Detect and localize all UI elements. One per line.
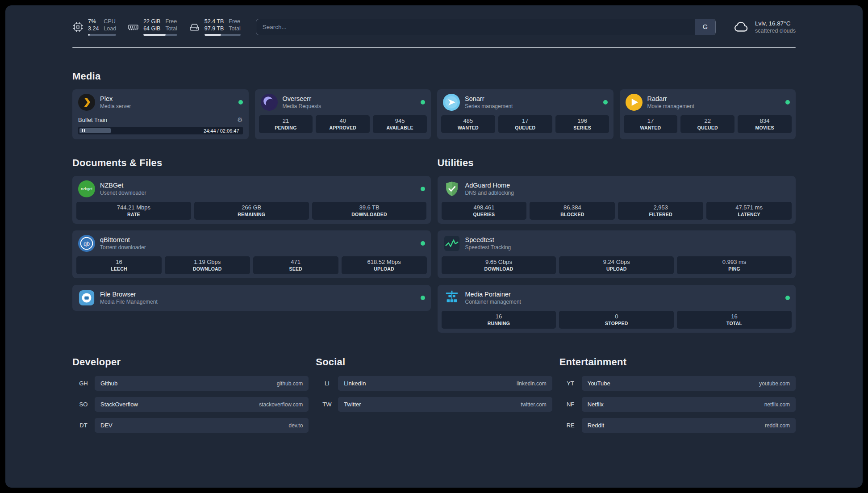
- stat-blocked: 86,384BLOCKED: [530, 202, 615, 220]
- service-card-filebrowser[interactable]: File Browser Media File Management: [72, 285, 431, 311]
- overseerr-icon: [261, 94, 278, 111]
- stat-series: 196SERIES: [555, 115, 609, 133]
- status-dot: [421, 100, 425, 104]
- plex-now-playing: Bullet Train ⚙ 24:44 / 02:06:47: [72, 115, 249, 139]
- stat-pending: 21PENDING: [259, 115, 313, 133]
- bookmark-name: StackOverflow: [100, 401, 138, 408]
- media-grid: Plex Media server Bullet Train ⚙ 24:44 /…: [72, 89, 796, 139]
- utilities-column: Utilities AdGuard Home DNS and adblockin…: [438, 146, 796, 339]
- bookmark-name: Twitter: [344, 401, 361, 408]
- svg-text:qb: qb: [83, 241, 90, 247]
- stat-seed: 471SEED: [253, 256, 338, 274]
- service-subtitle: Usenet downloader: [100, 190, 146, 196]
- search-provider-button[interactable]: G: [695, 19, 715, 35]
- filebrowser-icon: [78, 289, 95, 306]
- stat-ping: 0.993 msPING: [677, 256, 792, 274]
- service-subtitle: DNS and adblocking: [465, 190, 514, 196]
- bookmark-group-developer: Developer GH Githubgithub.com SO StackOv…: [72, 356, 309, 439]
- speedtest-icon: [443, 235, 460, 252]
- bookmark-github[interactable]: GH Githubgithub.com: [72, 376, 309, 391]
- bookmark-url: dev.to: [289, 422, 303, 429]
- section-title-utilities: Utilities: [438, 157, 796, 169]
- bookmark-url: linkedin.com: [517, 380, 547, 387]
- status-dot: [238, 100, 243, 104]
- disk-total-label: Total: [229, 25, 240, 32]
- nzbget-icon: nzbget: [78, 180, 95, 197]
- section-title-social: Social: [316, 356, 552, 368]
- plex-icon: [78, 94, 95, 111]
- bookmark-stackoverflow[interactable]: SO StackOverflowstackoverflow.com: [72, 397, 309, 412]
- bookmark-abbr: TW: [316, 401, 338, 408]
- bookmark-url: github.com: [277, 380, 303, 387]
- adguard-icon: [443, 180, 460, 197]
- weather-widget[interactable]: Lviv, 16.87°C scattered clouds: [733, 18, 796, 35]
- service-name: AdGuard Home: [465, 182, 514, 189]
- bookmark-abbr: GH: [72, 380, 95, 387]
- search-input[interactable]: [256, 19, 695, 35]
- service-card-radarr[interactable]: Radarr Movie management 17WANTED 22QUEUE…: [620, 89, 796, 139]
- section-title-entertainment: Entertainment: [559, 356, 796, 368]
- service-card-nzbget[interactable]: nzbget NZBGet Usenet downloader 744.21 M…: [72, 176, 431, 224]
- stat-approved: 40APPROVED: [316, 115, 370, 133]
- svg-text:nzbget: nzbget: [81, 187, 92, 191]
- bookmark-abbr: NF: [559, 401, 582, 408]
- service-name: NZBGet: [100, 182, 146, 189]
- stat-queued: 17QUEUED: [498, 115, 552, 133]
- status-dot: [785, 296, 790, 300]
- service-name: Sonarr: [465, 95, 513, 102]
- disk-usage-bar: [204, 34, 241, 36]
- bookmark-url: reddit.com: [765, 422, 790, 429]
- bookmark-netflix[interactable]: NF Netflixnetflix.com: [559, 397, 796, 412]
- top-bar: 7% 3.24 CPU Load: [72, 17, 796, 37]
- bookmark-group-social: Social LI LinkedInlinkedin.com TW Twitte…: [316, 356, 552, 439]
- service-card-speedtest[interactable]: Speedtest Speedtest Tracking 9.65 GbpsDO…: [438, 230, 796, 278]
- stat-leech: 16LEECH: [76, 256, 162, 274]
- stat-available: 945AVAILABLE: [373, 115, 427, 133]
- stat-queries: 498,461QUERIES: [442, 202, 527, 220]
- bookmark-linkedin[interactable]: LI LinkedInlinkedin.com: [316, 376, 552, 391]
- status-dot: [421, 241, 425, 246]
- service-card-overseerr[interactable]: Overseerr Media Requests 21PENDING 40APP…: [255, 89, 431, 139]
- resource-widget-memory: 22 GiB 64 GiB Free Total: [128, 18, 177, 36]
- cpu-icon: [72, 21, 83, 33]
- playback-time: 24:44 / 02:06:47: [204, 128, 239, 134]
- playback-progress-bar[interactable]: 24:44 / 02:06:47: [78, 127, 243, 134]
- memory-total-label: Total: [165, 25, 177, 32]
- stat-movies: 834MOVIES: [738, 115, 792, 133]
- service-card-portainer[interactable]: Media Portainer Container management 16R…: [438, 285, 796, 333]
- pause-icon: [82, 129, 83, 132]
- bookmark-dev[interactable]: DT DEVdev.to: [72, 418, 309, 433]
- stat-total: 16TOTAL: [677, 311, 792, 329]
- documents-column: Documents & Files nzbget NZBGet Usenet d…: [72, 146, 431, 339]
- bookmark-youtube[interactable]: YT YouTubeyoutube.com: [559, 376, 796, 391]
- memory-free-label: Free: [165, 18, 177, 25]
- settings-gear-icon[interactable]: ⚙: [237, 116, 243, 123]
- disk-icon: [189, 21, 200, 33]
- memory-total: 64 GiB: [143, 25, 160, 32]
- bookmark-twitter[interactable]: TW Twittertwitter.com: [316, 397, 552, 412]
- disk-free: 52.4 TB: [204, 18, 224, 25]
- bookmark-reddit[interactable]: RE Redditreddit.com: [559, 418, 796, 433]
- status-dot: [421, 296, 425, 300]
- service-subtitle: Speedtest Tracking: [465, 244, 511, 251]
- service-card-qbittorrent[interactable]: qb qBittorrent Torrent downloader 16LEEC…: [72, 230, 431, 278]
- stat-latency: 47.571 msLATENCY: [706, 202, 792, 220]
- bookmark-name: YouTube: [588, 380, 610, 387]
- bookmark-url: twitter.com: [521, 401, 546, 408]
- service-subtitle: Media Requests: [283, 103, 321, 109]
- resource-widget-disk: 52.4 TB 97.9 TB Free Total: [189, 18, 241, 36]
- cpu-usage-bar: [88, 34, 116, 36]
- service-name: qBittorrent: [100, 236, 146, 243]
- weather-location: Lviv, 16.87°C: [755, 20, 796, 28]
- service-card-adguard[interactable]: AdGuard Home DNS and adblocking 498,461Q…: [438, 176, 796, 224]
- service-subtitle: Container management: [465, 299, 521, 305]
- stat-download: 9.65 GbpsDOWNLOAD: [442, 256, 556, 274]
- service-card-sonarr[interactable]: Sonarr Series management 485WANTED 17QUE…: [437, 89, 613, 139]
- bookmark-url: youtube.com: [759, 380, 790, 387]
- service-card-plex[interactable]: Plex Media server Bullet Train ⚙ 24:44 /…: [72, 89, 249, 139]
- bookmark-name: DEV: [100, 422, 113, 429]
- now-playing-title: Bullet Train: [78, 117, 107, 123]
- bookmark-group-entertainment: Entertainment YT YouTubeyoutube.com NF N…: [559, 356, 796, 439]
- stat-upload: 9.24 GbpsUPLOAD: [559, 256, 674, 274]
- bookmark-name: Reddit: [588, 422, 605, 429]
